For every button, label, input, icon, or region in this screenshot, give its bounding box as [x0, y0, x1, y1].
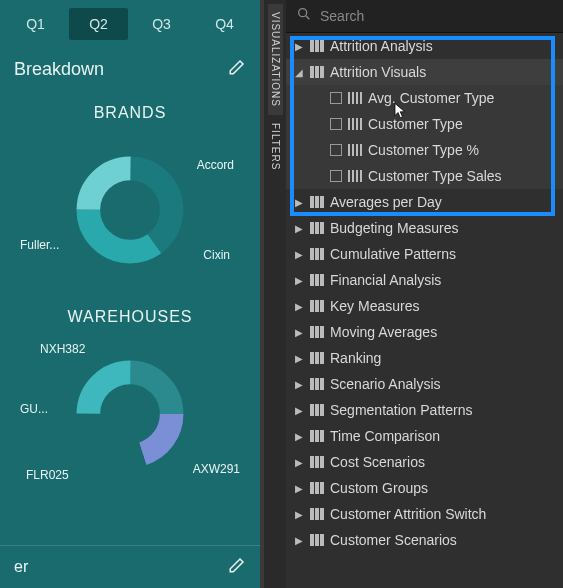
- caret-icon: ▶: [294, 379, 304, 390]
- tree-field[interactable]: Customer Type Sales: [286, 163, 563, 189]
- tab-q4[interactable]: Q4: [195, 8, 254, 40]
- search-icon: [296, 6, 312, 26]
- tree-field-label: Customer Type: [368, 116, 555, 132]
- column-icon: [348, 118, 362, 130]
- table-icon: [310, 326, 324, 338]
- tree-item-label: Time Comparison: [330, 428, 555, 444]
- tree-item[interactable]: ▶Key Measures: [286, 293, 563, 319]
- table-icon: [310, 352, 324, 364]
- tree-item-label: Attrition Analysis: [330, 38, 555, 54]
- caret-icon: ▶: [294, 431, 304, 442]
- vtab-filters[interactable]: FILTERS: [268, 115, 283, 178]
- tree-item[interactable]: ▶Custom Groups: [286, 475, 563, 501]
- tree-item[interactable]: ▶Financial Analysis: [286, 267, 563, 293]
- tree-field-label: Avg. Customer Type: [368, 90, 555, 106]
- brands-label-fuller: Fuller...: [20, 238, 59, 252]
- vtab-visualizations[interactable]: VISUALIZATIONS: [268, 4, 283, 115]
- table-icon: [310, 40, 324, 52]
- tree-item[interactable]: ▶Segmentation Patterns: [286, 397, 563, 423]
- caret-icon: ▶: [294, 457, 304, 468]
- tree-item[interactable]: ▶Scenario Analysis: [286, 371, 563, 397]
- column-icon: [348, 170, 362, 182]
- wh-label-axw: AXW291: [193, 462, 240, 476]
- tree-item[interactable]: ▶Averages per Day: [286, 189, 563, 215]
- tree-field[interactable]: Avg. Customer Type: [286, 85, 563, 111]
- caret-icon: ▶: [294, 327, 304, 338]
- tree-item-label: Customer Scenarios: [330, 532, 555, 548]
- svg-point-7: [299, 9, 307, 17]
- tree-item[interactable]: ◢Attrition Visuals: [286, 59, 563, 85]
- dashboard-panel: Q1 Q2 Q3 Q4 Breakdown BRANDS Accord Cixi…: [0, 0, 260, 588]
- search-input[interactable]: [320, 8, 553, 24]
- brands-label-cixin: Cixin: [203, 248, 230, 262]
- tree-item[interactable]: ▶Ranking: [286, 345, 563, 371]
- tree-item[interactable]: ▶Budgeting Measures: [286, 215, 563, 241]
- checkbox[interactable]: [330, 144, 342, 156]
- wh-label-nxh: NXH382: [40, 342, 85, 356]
- table-icon: [310, 482, 324, 494]
- tree-item[interactable]: ▶Customer Attrition Switch: [286, 501, 563, 527]
- brands-donut-chart[interactable]: Accord Cixin Fuller...: [20, 130, 240, 290]
- tree-item-label: Custom Groups: [330, 480, 555, 496]
- tree-field[interactable]: Customer Type: [286, 111, 563, 137]
- column-icon: [348, 144, 362, 156]
- side-tabs: VISUALIZATIONS FILTERS: [264, 0, 286, 588]
- brands-label-accord: Accord: [197, 158, 234, 172]
- table-icon: [310, 248, 324, 260]
- table-icon: [310, 274, 324, 286]
- caret-icon: ▶: [294, 353, 304, 364]
- caret-icon: ▶: [294, 41, 304, 52]
- footer-label: er: [14, 558, 28, 576]
- caret-icon: ▶: [294, 535, 304, 546]
- footer-edit-icon[interactable]: [228, 556, 246, 578]
- wh-label-flr: FLR025: [26, 468, 69, 482]
- tree-field[interactable]: Customer Type %: [286, 137, 563, 163]
- checkbox[interactable]: [330, 118, 342, 130]
- table-icon: [310, 508, 324, 520]
- table-icon: [310, 534, 324, 546]
- checkbox[interactable]: [330, 170, 342, 182]
- warehouses-title: WAREHOUSES: [0, 308, 260, 326]
- table-icon: [310, 378, 324, 390]
- tab-q2[interactable]: Q2: [69, 8, 128, 40]
- tree-item-label: Segmentation Patterns: [330, 402, 555, 418]
- warehouses-donut-chart[interactable]: NXH382 GU... FLR025 AXW291: [20, 334, 240, 494]
- tree-item-label: Scenario Analysis: [330, 376, 555, 392]
- edit-icon[interactable]: [228, 58, 246, 80]
- fields-panel: ▶Attrition Analysis◢Attrition VisualsAvg…: [286, 0, 563, 588]
- table-icon: [310, 430, 324, 442]
- wh-label-gu: GU...: [20, 402, 48, 416]
- caret-icon: ▶: [294, 223, 304, 234]
- breakdown-title: Breakdown: [14, 59, 104, 80]
- tree-item[interactable]: ▶Attrition Analysis: [286, 33, 563, 59]
- tree-item-label: Budgeting Measures: [330, 220, 555, 236]
- caret-icon: ▶: [294, 249, 304, 260]
- caret-icon: ▶: [294, 275, 304, 286]
- checkbox[interactable]: [330, 92, 342, 104]
- tree-item[interactable]: ▶Moving Averages: [286, 319, 563, 345]
- search-row: [286, 0, 563, 33]
- tree-item-label: Ranking: [330, 350, 555, 366]
- tree-item-label: Attrition Visuals: [330, 64, 555, 80]
- tree-item[interactable]: ▶Customer Scenarios: [286, 527, 563, 553]
- tree-item-label: Cost Scenarios: [330, 454, 555, 470]
- caret-icon: ▶: [294, 483, 304, 494]
- tree-field-label: Customer Type %: [368, 142, 555, 158]
- tab-q3[interactable]: Q3: [132, 8, 191, 40]
- tree-item-label: Cumulative Patterns: [330, 246, 555, 262]
- brands-title: BRANDS: [0, 104, 260, 122]
- table-icon: [310, 300, 324, 312]
- tree-item[interactable]: ▶Cumulative Patterns: [286, 241, 563, 267]
- fields-tree[interactable]: ▶Attrition Analysis◢Attrition VisualsAvg…: [286, 33, 563, 588]
- tree-item[interactable]: ▶Cost Scenarios: [286, 449, 563, 475]
- table-icon: [310, 66, 324, 78]
- caret-icon: ◢: [294, 67, 304, 78]
- tree-item-label: Financial Analysis: [330, 272, 555, 288]
- table-icon: [310, 222, 324, 234]
- tab-q1[interactable]: Q1: [6, 8, 65, 40]
- tree-item[interactable]: ▶Time Comparison: [286, 423, 563, 449]
- caret-icon: ▶: [294, 197, 304, 208]
- tree-field-label: Customer Type Sales: [368, 168, 555, 184]
- column-icon: [348, 92, 362, 104]
- caret-icon: ▶: [294, 301, 304, 312]
